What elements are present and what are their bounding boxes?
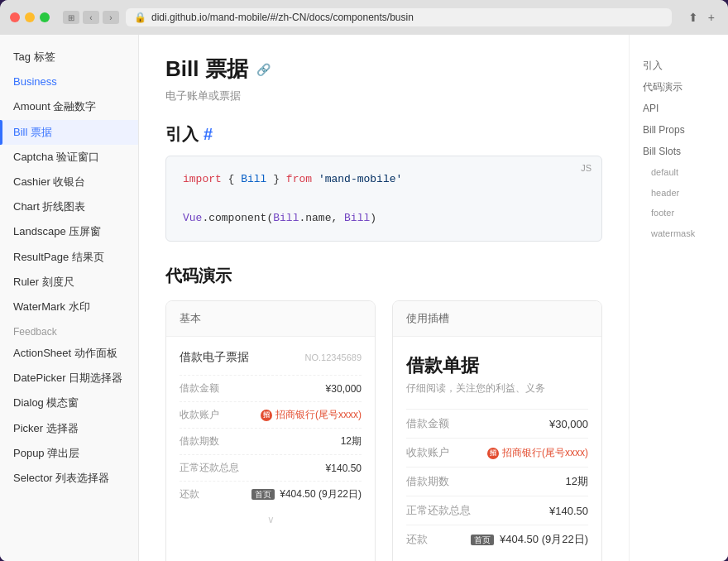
sidebar-item-datepicker[interactable]: DatePicker 日期选择器 bbox=[0, 366, 138, 391]
sidebar-item-bill[interactable]: Bill 票据 bbox=[0, 120, 138, 145]
share-button[interactable]: ⬆ bbox=[685, 9, 702, 26]
big-bill-row-4: 还款 首页 ¥404.50 (9月22日) bbox=[406, 525, 588, 554]
title-bar: ⊞ ‹ › 🔒 didi.github.io/mand-mobile/#/zh-… bbox=[0, 0, 728, 35]
bill-title-row: 借款电子票据 NO.12345689 bbox=[180, 350, 362, 365]
page-title: Bill 票据 🔗 bbox=[165, 55, 602, 84]
big-bill-label-2: 借款期数 bbox=[406, 474, 449, 489]
sidebar-item-cashier[interactable]: Cashier 收银台 bbox=[0, 170, 138, 194]
traffic-lights bbox=[10, 12, 50, 22]
toc: 引入 代码演示 API Bill Props Bill Slots defaul… bbox=[629, 35, 728, 561]
code-content: import { Bill } from 'mand-mobile' Vue.c… bbox=[183, 170, 585, 228]
big-bill-label-0: 借款金额 bbox=[406, 416, 449, 431]
bill-label-4: 还款 bbox=[180, 487, 199, 501]
window-controls: ⊞ ‹ › bbox=[63, 11, 119, 24]
new-tab-button[interactable]: + bbox=[705, 9, 718, 26]
address-bar[interactable]: 🔒 didi.github.io/mand-mobile/#/zh-CN/doc… bbox=[126, 8, 672, 26]
link-icon[interactable]: 🔗 bbox=[256, 63, 271, 76]
bill-label-2: 借款期数 bbox=[180, 434, 219, 448]
big-bill-label-4: 还款 bbox=[406, 532, 428, 547]
bill-row-1: 收款账户 招 招商银行(尾号xxxx) bbox=[180, 401, 362, 428]
toc-item-api[interactable]: API bbox=[643, 98, 715, 119]
sidebar-item-watermark[interactable]: WaterMark 水印 bbox=[0, 295, 138, 319]
sidebar-item-landscape[interactable]: Landscape 压屏窗 bbox=[0, 219, 138, 244]
sidebar-item-popup[interactable]: Popup 弹出层 bbox=[0, 441, 138, 466]
big-bill-title: 借款单据 bbox=[406, 353, 588, 378]
sidebar-item-picker[interactable]: Picker 选择器 bbox=[0, 416, 138, 441]
big-bill-sub: 仔细阅读，关注您的利益、义务 bbox=[406, 381, 588, 396]
sidebar-item-ruler[interactable]: Ruler 刻度尺 bbox=[0, 270, 138, 295]
bill-value-2: 12期 bbox=[341, 434, 362, 448]
sidebar-item-resultpage[interactable]: ResultPage 结果页 bbox=[0, 245, 138, 270]
sidebar-item-captcha[interactable]: Captcha 验证窗口 bbox=[0, 145, 138, 170]
forward-button[interactable]: › bbox=[103, 11, 119, 24]
sidebar-item-dialog[interactable]: Dialog 模态窗 bbox=[0, 391, 138, 415]
sidebar-item-chart[interactable]: Chart 折线图表 bbox=[0, 194, 138, 219]
close-button[interactable] bbox=[10, 12, 20, 22]
big-bill-row-0: 借款金额 ¥30,000 bbox=[406, 409, 588, 438]
toc-item-header[interactable]: header bbox=[643, 183, 715, 204]
minimize-button[interactable] bbox=[25, 12, 35, 22]
bank-logo-circle: 招 bbox=[261, 410, 272, 421]
toc-item-bill-slots[interactable]: Bill Slots bbox=[643, 141, 715, 162]
hash-icon: # bbox=[204, 125, 213, 144]
demo-grid: 基本 借款电子票据 NO.12345689 借款金额 ¥30,000 收款账户 bbox=[165, 300, 602, 561]
lang-label: JS bbox=[581, 163, 592, 173]
sidebar: Tag 标签 Business Amount 金融数字 Bill 票据 Capt… bbox=[0, 35, 139, 561]
bill-component-basic: 借款电子票据 NO.12345689 借款金额 ¥30,000 收款账户 招 招… bbox=[166, 337, 375, 545]
main-wrapper: Tag 标签 Business Amount 金融数字 Bill 票据 Capt… bbox=[0, 35, 728, 561]
back-button[interactable]: ‹ bbox=[83, 11, 99, 24]
demo-section-title: 代码演示 bbox=[165, 265, 602, 287]
demo-card-basic-header: 基本 bbox=[166, 301, 375, 337]
demo-card-basic: 基本 借款电子票据 NO.12345689 借款金额 ¥30,000 收款账户 bbox=[165, 300, 376, 561]
toc-item-import[interactable]: 引入 bbox=[643, 55, 715, 76]
bill-title: 借款电子票据 bbox=[180, 350, 249, 365]
page-subtitle: 电子账单或票据 bbox=[165, 89, 602, 103]
big-bill-value-0: ¥30,000 bbox=[549, 418, 588, 430]
bill-row-3: 正常还款总息 ¥140.50 bbox=[180, 454, 362, 481]
toc-item-demo[interactable]: 代码演示 bbox=[643, 76, 715, 98]
maximize-button[interactable] bbox=[40, 12, 50, 22]
big-bill-row-1: 收款账户 招 招商银行(尾号xxxx) bbox=[406, 438, 588, 467]
toc-item-default[interactable]: default bbox=[643, 162, 715, 183]
bill-label-3: 正常还款总息 bbox=[180, 461, 239, 475]
big-bank-logo-circle: 招 bbox=[487, 448, 499, 459]
lock-icon: 🔒 bbox=[134, 12, 146, 23]
url-text: didi.github.io/mand-mobile/#/zh-CN/docs/… bbox=[151, 12, 414, 23]
demo-card-slots-header: 使用插槽 bbox=[393, 301, 601, 337]
sidebar-item-business[interactable]: Business bbox=[0, 70, 138, 94]
bill-component-slots: 借款单据 仔细阅读，关注您的利益、义务 借款金额 ¥30,000 收款账户 招 … bbox=[393, 337, 601, 561]
demo-card-slots: 使用插槽 借款单据 仔细阅读，关注您的利益、义务 借款金额 ¥30,000 收款… bbox=[392, 300, 602, 561]
big-bill-value-3: ¥140.50 bbox=[549, 505, 588, 517]
big-repay-tag: 首页 bbox=[471, 535, 494, 545]
big-bill-row-2: 借款期数 12期 bbox=[406, 467, 588, 496]
feedback-group-label: Feedback bbox=[0, 319, 138, 341]
sidebar-item-tag[interactable]: Tag 标签 bbox=[0, 45, 138, 70]
big-bill-row-3: 正常还款总息 ¥140.50 bbox=[406, 496, 588, 525]
nav-buttons: ⬆ + bbox=[685, 9, 718, 26]
main-content: Bill 票据 🔗 电子账单或票据 引入 # JS import { Bill … bbox=[139, 35, 629, 561]
bank-logo: 招 招商银行(尾号xxxx) bbox=[261, 408, 362, 422]
bill-value-3: ¥140.50 bbox=[326, 463, 362, 474]
bill-value-1: 招 招商银行(尾号xxxx) bbox=[261, 408, 362, 422]
bill-label-1: 收款账户 bbox=[180, 408, 219, 422]
big-bill-value-4: 首页 ¥404.50 (9月22日) bbox=[471, 532, 588, 547]
code-block: JS import { Bill } from 'mand-mobile' Vu… bbox=[165, 156, 602, 242]
sidebar-item-selector[interactable]: Selector 列表选择器 bbox=[0, 466, 138, 491]
toc-item-watermask[interactable]: watermask bbox=[643, 223, 715, 244]
bill-value-0: ¥30,000 bbox=[326, 383, 362, 395]
bill-row-0: 借款金额 ¥30,000 bbox=[180, 375, 362, 401]
toc-item-bill-props[interactable]: Bill Props bbox=[643, 119, 715, 141]
browser-chrome: ⊞ ‹ › 🔒 didi.github.io/mand-mobile/#/zh-… bbox=[0, 0, 728, 35]
page-heading: Bill 票据 bbox=[165, 55, 248, 84]
sidebar-item-actionsheet[interactable]: ActionSheet 动作面板 bbox=[0, 341, 138, 366]
import-section-title: 引入 # bbox=[165, 123, 602, 146]
sidebar-item-amount[interactable]: Amount 金融数字 bbox=[0, 94, 138, 119]
bill-no: NO.12345689 bbox=[305, 352, 362, 362]
repay-tag: 首页 bbox=[251, 489, 275, 500]
bill-value-4: 首页 ¥404.50 (9月22日) bbox=[251, 487, 362, 501]
toc-item-footer[interactable]: footer bbox=[643, 203, 715, 223]
sidebar-toggle-button[interactable]: ⊞ bbox=[63, 11, 79, 24]
bill-label-0: 借款金额 bbox=[180, 381, 219, 396]
big-bank-logo: 招 招商银行(尾号xxxx) bbox=[487, 446, 588, 460]
big-bill-label-1: 收款账户 bbox=[406, 445, 449, 460]
